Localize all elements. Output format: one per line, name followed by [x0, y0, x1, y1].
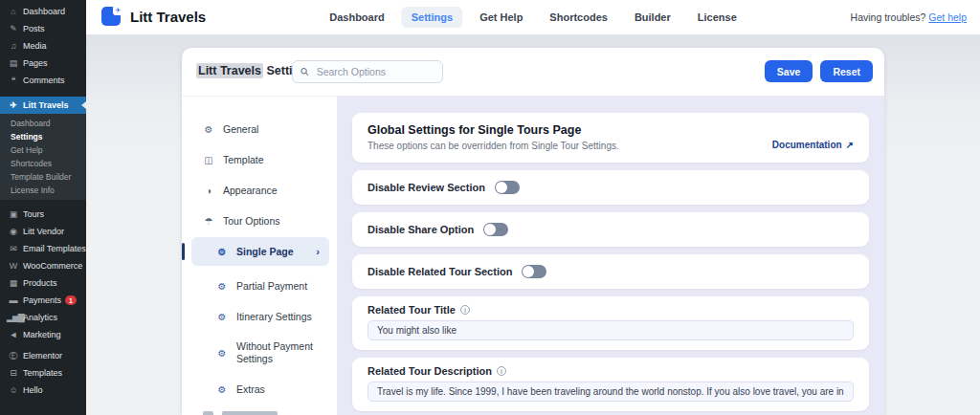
disable-share-toggle[interactable] — [483, 223, 508, 236]
sidebar-item-tours[interactable]: ▣ Tours — [0, 206, 86, 223]
disable-share-option-row: Disable Share Option — [352, 212, 869, 247]
vendor-icon: ◉ — [7, 227, 19, 236]
submenu-item-settings[interactable]: Settings — [0, 130, 86, 143]
sidebar-item-hello[interactable]: ☺ Hello — [0, 382, 86, 399]
sidebar-item-pages[interactable]: ▤ Pages — [0, 55, 86, 72]
search-input[interactable] — [315, 65, 434, 78]
sidebar-item-woocommerce[interactable]: W WooCommerce — [0, 257, 86, 274]
payments-icon: ▬ — [7, 295, 19, 305]
sidebar-item-label: Tours — [23, 209, 44, 219]
sidebar-item-analytics[interactable]: ▂▅▇ Analytics — [0, 309, 86, 326]
header-buttons: Save Reset — [765, 60, 873, 82]
submenu-item-get-help[interactable]: Get Help — [0, 143, 86, 157]
search-box[interactable] — [292, 60, 443, 83]
sidebar-item-marketing[interactable]: ◄ Marketing — [0, 326, 86, 343]
save-button[interactable]: Save — [765, 60, 813, 82]
settings-nav-label: General — [223, 123, 258, 135]
sidebar-item-email-templates[interactable]: ✉ Email Templates — [0, 240, 86, 257]
top-nav: Dashboard Settings Get Help Shortcodes B… — [320, 0, 746, 34]
sidebar-item-templates[interactable]: ⊟ Templates — [0, 364, 86, 382]
toggle-label: Disable Related Tour Section — [368, 266, 512, 277]
settings-nav-extras[interactable]: ⚙ Extras — [191, 375, 329, 404]
disable-related-tour-toggle[interactable] — [522, 265, 546, 278]
settings-nav-label: Partial Payment — [236, 280, 307, 292]
sidebar-item-media[interactable]: ♫ Media — [0, 37, 86, 55]
settings-nav-single-page[interactable]: ⚙ Single Page › — [191, 237, 329, 266]
top-nav-license[interactable]: License — [688, 7, 746, 28]
sidebar-item-label: Hello — [23, 385, 43, 395]
related-tour-description-card: Related Tour Description i — [352, 358, 869, 411]
submenu-item-license-info[interactable]: License Info — [0, 184, 86, 197]
settings-nav-itinerary-settings[interactable]: ⚙ Itinerary Settings — [191, 302, 329, 331]
related-tour-title-card: Related Tour Title i — [352, 296, 869, 350]
settings-nav-without-payment-settings[interactable]: ⚙ Without Payment Settings — [191, 333, 329, 373]
sidebar-item-payments[interactable]: ▬ Payments 1 — [0, 292, 86, 309]
templates-icon: ⊟ — [7, 368, 19, 378]
top-nav-shortcodes[interactable]: Shortcodes — [540, 7, 617, 28]
dashboard-icon: ⌂ — [7, 7, 19, 16]
settings-nav-label: Itinerary Settings — [236, 311, 312, 322]
sidebar-item-label: Marketing — [23, 330, 61, 339]
sidebar-item-products[interactable]: ▦ Products — [0, 274, 86, 292]
section-header-text: Global Settings for Single Tours Page Th… — [368, 123, 619, 151]
toggle-label: Disable Review Section — [368, 182, 485, 193]
envelope-icon: ✉ — [7, 244, 19, 253]
disable-review-toggle[interactable] — [495, 181, 520, 194]
settings-nav-template[interactable]: ◫ Template — [191, 145, 329, 174]
section-subtitle: These options can be overridden from Sin… — [368, 141, 619, 151]
get-help-link[interactable]: Get help — [928, 11, 967, 23]
toggle-label: Disable Share Option — [368, 224, 474, 235]
submenu-item-dashboard[interactable]: Dashboard — [0, 117, 86, 130]
sidebar-item-litt-vendor[interactable]: ◉ Litt Vendor — [0, 223, 86, 240]
settings-nav-tour-options[interactable]: ☂ Tour Options — [191, 207, 329, 235]
search-icon — [301, 67, 309, 76]
top-nav-settings[interactable]: Settings — [402, 7, 462, 28]
top-nav-builder[interactable]: Builder — [625, 7, 680, 28]
documentation-link[interactable]: Documentation ↗ — [772, 140, 854, 150]
sidebar-item-comments[interactable]: ❝ Comments — [0, 72, 86, 89]
sidebar-item-label: Payments — [23, 295, 61, 305]
sidebar-item-dashboard[interactable]: ⌂ Dashboard — [0, 3, 86, 20]
sidebar-item-elementor[interactable]: Ⓔ Elementor — [0, 347, 86, 364]
gear-icon: ⚙ — [216, 348, 228, 359]
woocommerce-icon: W — [7, 261, 19, 271]
airplane-icon: ✈ — [7, 100, 19, 110]
active-menu-arrow — [81, 101, 86, 109]
disable-related-tour-row: Disable Related Tour Section — [352, 254, 869, 289]
top-nav-dashboard[interactable]: Dashboard — [320, 7, 393, 28]
settings-nav-partial-payment[interactable]: ⚙ Partial Payment — [191, 272, 329, 300]
palette-icon: ◑ — [203, 186, 214, 196]
top-nav-get-help[interactable]: Get Help — [470, 7, 532, 28]
settings-nav-label: Extras — [236, 383, 265, 395]
umbrella-icon: ☂ — [203, 216, 214, 227]
settings-nav-general[interactable]: ⚙ General — [191, 115, 329, 143]
related-tour-title-input[interactable] — [368, 320, 854, 340]
submenu-item-template-builder[interactable]: Template Builder — [0, 170, 86, 184]
reset-button[interactable]: Reset — [820, 60, 873, 82]
submenu-item-shortcodes[interactable]: Shortcodes — [0, 157, 86, 170]
disable-review-section-row: Disable Review Section — [352, 170, 869, 205]
cutoff-label — [222, 411, 278, 415]
sidebar-item-label: Dashboard — [23, 7, 65, 16]
sidebar-item-label: Email Templates — [23, 244, 86, 253]
section-header-card: Global Settings for Single Tours Page Th… — [352, 113, 869, 163]
info-icon[interactable]: i — [460, 305, 470, 315]
help-text: Having troubles? Get help — [851, 11, 967, 23]
sidebar-item-label: Comments — [23, 76, 65, 85]
gear-icon: ⚙ — [216, 312, 228, 322]
sidebar-item-litt-travels[interactable]: ✈ Litt Travels — [0, 97, 86, 114]
related-tour-description-input[interactable] — [368, 382, 854, 402]
settings-nav-label: Tour Options — [223, 215, 280, 227]
tours-icon: ▣ — [7, 209, 19, 219]
section-title: Global Settings for Single Tours Page — [368, 123, 619, 137]
settings-nav-appearance[interactable]: ◑ Appearance — [191, 176, 329, 205]
sidebar-item-label: Analytics — [23, 313, 57, 322]
info-icon[interactable]: i — [497, 366, 506, 376]
sidebar-item-posts[interactable]: ✎ Posts — [0, 20, 86, 37]
settings-panel: Litt Travels Settings Save Reset ⚙ Gener… — [182, 48, 884, 415]
gear-icon — [203, 411, 213, 415]
brand: ✈ Litt Travels — [101, 7, 206, 26]
products-icon: ▦ — [7, 278, 19, 288]
litt-travels-submenu: Dashboard Settings Get Help Shortcodes T… — [0, 114, 86, 200]
posts-icon: ✎ — [7, 24, 19, 33]
